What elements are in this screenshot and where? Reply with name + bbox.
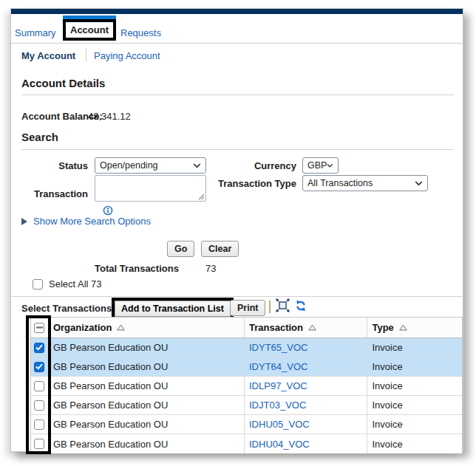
transaction-label: Transaction [21, 188, 88, 199]
transaction-link[interactable]: IDLP97_VOC [249, 380, 307, 391]
disclosure-arrow-icon [21, 218, 27, 225]
transactions-table: Organization Transaction Type GB Pearson… [30, 317, 463, 453]
tab-summary[interactable]: Summary [15, 27, 56, 38]
transaction-input[interactable] [95, 175, 206, 202]
table-row: GB Pearson Education OU IDLP97_VOC Invoi… [31, 377, 462, 396]
row-checkbox[interactable] [34, 362, 44, 372]
row-checkbox[interactable] [34, 439, 44, 449]
type-cell: Invoice [367, 434, 462, 453]
organization-cell: GB Pearson Education OU [49, 434, 245, 453]
organization-cell: GB Pearson Education OU [49, 396, 245, 414]
tab-requests[interactable]: Requests [120, 27, 161, 38]
subtab-separator [86, 49, 86, 61]
type-cell: Invoice [367, 377, 462, 395]
select-all-header-checkbox[interactable] [34, 323, 44, 333]
clear-button[interactable]: Clear [201, 241, 239, 257]
page-title: Account Details [21, 77, 105, 89]
show-more-label: Show More Search Options [33, 216, 151, 227]
subtab-my-account[interactable]: My Account [21, 50, 75, 61]
table-row: GB Pearson Education OU IDYT65_VOC Invoi… [31, 338, 462, 357]
table-row: GB Pearson Education OU IDHU05_VOC Invoi… [31, 415, 462, 434]
chevron-down-icon [415, 181, 423, 186]
transaction-link[interactable]: IDHU04_VOC [249, 439, 310, 450]
row-checkbox[interactable] [34, 400, 44, 411]
account-details-window: Summary Account Requests My Account Payi… [10, 8, 463, 452]
total-transactions-label: Total Transactions [95, 263, 179, 274]
search-section-title: Search [21, 131, 58, 143]
go-button[interactable]: Go [167, 241, 194, 257]
transaction-link[interactable]: IDHU05_VOC [249, 419, 310, 430]
transaction-type-value: All Transactions [307, 178, 373, 188]
table-row: GB Pearson Education OU IDJT03_VOC Invoi… [31, 396, 462, 415]
organization-cell: GB Pearson Education OU [49, 357, 245, 376]
divider [11, 296, 463, 297]
status-select[interactable]: Open/pending [95, 157, 206, 174]
currency-label: Currency [193, 160, 296, 171]
organization-header-label: Organization [53, 322, 112, 333]
divider [21, 149, 454, 150]
sort-ascending-icon [308, 324, 316, 331]
type-cell: Invoice [367, 396, 462, 414]
row-checkbox[interactable] [34, 343, 44, 353]
resize-grip-icon[interactable] [198, 193, 205, 200]
total-transactions-value: 73 [205, 263, 216, 274]
type-cell: Invoice [367, 415, 462, 434]
column-header-type[interactable]: Type [367, 318, 462, 337]
type-cell: Invoice [367, 338, 462, 357]
divider [21, 95, 454, 95]
transaction-link[interactable]: IDYT65_VOC [249, 342, 307, 353]
add-to-transaction-list-button[interactable]: Add to Transaction List [115, 301, 231, 317]
account-balance-value: 48,341.12 [88, 111, 131, 122]
transaction-type-select[interactable]: All Transactions [302, 175, 428, 191]
column-header-organization[interactable]: Organization [49, 318, 245, 337]
table-header-row: Organization Transaction Type [31, 318, 462, 338]
column-header-transaction[interactable]: Transaction [245, 318, 367, 337]
info-icon[interactable] [103, 205, 113, 216]
select-all-label: Select All 73 [49, 278, 102, 289]
organization-cell: GB Pearson Education OU [49, 377, 245, 395]
select-transactions-label: Select Transactions: [21, 303, 115, 314]
transaction-link[interactable]: IDYT64_VOC [249, 361, 307, 372]
row-checkbox[interactable] [34, 381, 44, 391]
status-value: Open/pending [100, 160, 158, 171]
select-all-checkbox[interactable] [33, 279, 43, 289]
header-select-cell [31, 318, 49, 337]
chevron-down-icon [327, 163, 333, 168]
currency-select[interactable]: GBP [302, 157, 339, 174]
type-cell: Invoice [367, 357, 462, 376]
transaction-header-label: Transaction [249, 322, 303, 333]
print-button[interactable]: Print [230, 300, 265, 316]
status-label: Status [21, 160, 88, 171]
organization-cell: GB Pearson Education OU [49, 415, 245, 434]
sort-ascending-icon [399, 324, 407, 331]
toolbar-separator [269, 301, 271, 313]
table-row: GB Pearson Education OU IDHU04_VOC Invoi… [31, 434, 462, 453]
show-more-search-options[interactable]: Show More Search Options [21, 216, 151, 227]
tab-account[interactable]: Account [63, 19, 116, 41]
table-row: GB Pearson Education OU IDYT64_VOC Invoi… [31, 357, 462, 377]
refresh-icon[interactable] [295, 300, 307, 312]
tab-divider [11, 43, 463, 44]
transaction-type-label: Transaction Type [193, 178, 296, 189]
currency-value: GBP [307, 160, 327, 171]
row-checkbox[interactable] [34, 419, 44, 430]
type-header-label: Type [372, 322, 393, 333]
tab-account-label: Account [70, 24, 109, 35]
transaction-link[interactable]: IDJT03_VOC [249, 400, 306, 411]
top-navy-bar [11, 9, 463, 14]
organization-cell: GB Pearson Education OU [49, 338, 245, 357]
subtab-paying-account[interactable]: Paying Account [94, 50, 160, 61]
detach-icon[interactable] [276, 298, 290, 312]
sort-ascending-icon [117, 324, 125, 331]
